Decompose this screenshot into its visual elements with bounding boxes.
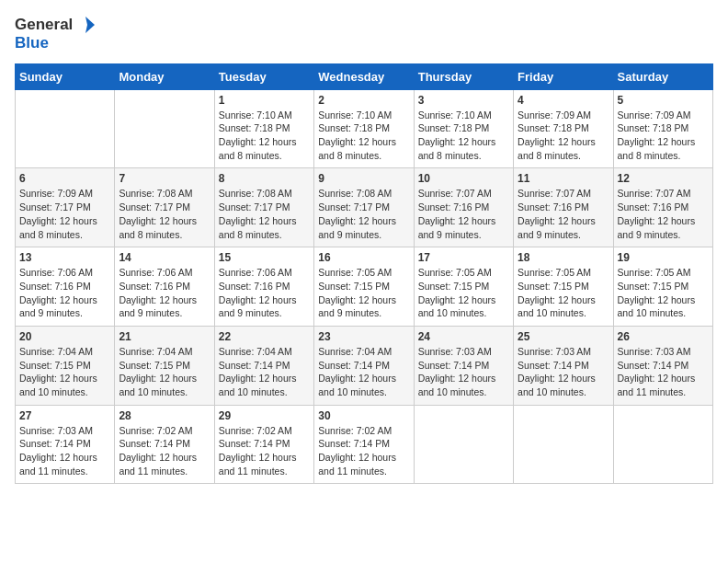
calendar-cell: 24Sunrise: 7:03 AM Sunset: 7:14 PM Dayli… xyxy=(414,326,513,405)
day-detail: Sunrise: 7:10 AM Sunset: 7:18 PM Dayligh… xyxy=(318,109,409,163)
day-number: 18 xyxy=(518,251,609,264)
calendar-cell: 2Sunrise: 7:10 AM Sunset: 7:18 PM Daylig… xyxy=(314,89,414,168)
day-detail: Sunrise: 7:08 AM Sunset: 7:17 PM Dayligh… xyxy=(219,187,310,241)
day-number: 16 xyxy=(318,251,409,264)
calendar-cell: 3Sunrise: 7:10 AM Sunset: 7:18 PM Daylig… xyxy=(414,89,513,168)
day-detail: Sunrise: 7:03 AM Sunset: 7:14 PM Dayligh… xyxy=(618,345,709,399)
logo-general: General xyxy=(15,17,73,34)
calendar-cell: 25Sunrise: 7:03 AM Sunset: 7:14 PM Dayli… xyxy=(514,326,613,405)
day-detail: Sunrise: 7:03 AM Sunset: 7:14 PM Dayligh… xyxy=(418,345,509,399)
day-number: 9 xyxy=(318,172,409,185)
day-number: 4 xyxy=(518,94,609,107)
day-detail: Sunrise: 7:06 AM Sunset: 7:16 PM Dayligh… xyxy=(19,266,110,320)
day-number: 25 xyxy=(518,330,609,343)
logo-container: General Blue xyxy=(15,15,95,52)
calendar-table: SundayMondayTuesdayWednesdayThursdayFrid… xyxy=(15,63,713,485)
day-number: 26 xyxy=(618,330,709,343)
day-detail: Sunrise: 7:05 AM Sunset: 7:15 PM Dayligh… xyxy=(418,266,509,320)
logo-bird-icon xyxy=(74,15,95,35)
day-number: 22 xyxy=(219,330,310,343)
day-detail: Sunrise: 7:03 AM Sunset: 7:14 PM Dayligh… xyxy=(518,345,609,399)
weekday-header-thursday: Thursday xyxy=(414,63,513,89)
day-detail: Sunrise: 7:02 AM Sunset: 7:14 PM Dayligh… xyxy=(318,424,409,478)
day-detail: Sunrise: 7:10 AM Sunset: 7:18 PM Dayligh… xyxy=(219,109,310,163)
day-number: 21 xyxy=(119,330,210,343)
weekday-header-sunday: Sunday xyxy=(16,63,115,89)
day-number: 15 xyxy=(219,251,310,264)
day-detail: Sunrise: 7:04 AM Sunset: 7:15 PM Dayligh… xyxy=(19,345,110,399)
day-number: 19 xyxy=(618,251,709,264)
calendar-cell: 23Sunrise: 7:04 AM Sunset: 7:14 PM Dayli… xyxy=(314,326,414,405)
calendar-cell xyxy=(613,405,712,484)
calendar-cell xyxy=(115,89,214,168)
day-detail: Sunrise: 7:10 AM Sunset: 7:18 PM Dayligh… xyxy=(418,109,509,163)
calendar-cell: 5Sunrise: 7:09 AM Sunset: 7:18 PM Daylig… xyxy=(613,89,712,168)
day-detail: Sunrise: 7:06 AM Sunset: 7:16 PM Dayligh… xyxy=(219,266,310,320)
calendar-cell: 17Sunrise: 7:05 AM Sunset: 7:15 PM Dayli… xyxy=(414,247,513,327)
calendar-cell: 7Sunrise: 7:08 AM Sunset: 7:17 PM Daylig… xyxy=(115,168,214,247)
day-number: 10 xyxy=(418,172,509,185)
calendar-cell: 8Sunrise: 7:08 AM Sunset: 7:17 PM Daylig… xyxy=(214,168,313,247)
day-detail: Sunrise: 7:04 AM Sunset: 7:14 PM Dayligh… xyxy=(219,345,310,399)
day-detail: Sunrise: 7:06 AM Sunset: 7:16 PM Dayligh… xyxy=(119,266,210,320)
day-detail: Sunrise: 7:05 AM Sunset: 7:15 PM Dayligh… xyxy=(618,266,709,320)
day-number: 20 xyxy=(19,330,110,343)
logo-blue: Blue xyxy=(15,35,95,52)
day-detail: Sunrise: 7:09 AM Sunset: 7:17 PM Dayligh… xyxy=(19,187,110,241)
day-detail: Sunrise: 7:02 AM Sunset: 7:14 PM Dayligh… xyxy=(119,424,210,478)
day-detail: Sunrise: 7:08 AM Sunset: 7:17 PM Dayligh… xyxy=(318,187,409,241)
calendar-cell: 27Sunrise: 7:03 AM Sunset: 7:14 PM Dayli… xyxy=(16,405,115,484)
day-number: 14 xyxy=(119,251,210,264)
day-detail: Sunrise: 7:07 AM Sunset: 7:16 PM Dayligh… xyxy=(618,187,709,241)
day-detail: Sunrise: 7:07 AM Sunset: 7:16 PM Dayligh… xyxy=(518,187,609,241)
calendar-cell: 21Sunrise: 7:04 AM Sunset: 7:15 PM Dayli… xyxy=(115,326,214,405)
week-row-3: 13Sunrise: 7:06 AM Sunset: 7:16 PM Dayli… xyxy=(16,247,713,327)
day-detail: Sunrise: 7:04 AM Sunset: 7:15 PM Dayligh… xyxy=(119,345,210,399)
calendar-cell: 26Sunrise: 7:03 AM Sunset: 7:14 PM Dayli… xyxy=(613,326,712,405)
calendar-cell: 13Sunrise: 7:06 AM Sunset: 7:16 PM Dayli… xyxy=(16,247,115,327)
weekday-header-monday: Monday xyxy=(115,63,214,89)
day-number: 2 xyxy=(318,94,409,107)
calendar-cell: 20Sunrise: 7:04 AM Sunset: 7:15 PM Dayli… xyxy=(16,326,115,405)
calendar-cell: 10Sunrise: 7:07 AM Sunset: 7:16 PM Dayli… xyxy=(414,168,513,247)
day-number: 24 xyxy=(418,330,509,343)
day-number: 28 xyxy=(119,409,210,422)
weekday-header-wednesday: Wednesday xyxy=(314,63,414,89)
calendar-cell: 15Sunrise: 7:06 AM Sunset: 7:16 PM Dayli… xyxy=(214,247,313,327)
calendar-cell: 14Sunrise: 7:06 AM Sunset: 7:16 PM Dayli… xyxy=(115,247,214,327)
day-detail: Sunrise: 7:02 AM Sunset: 7:14 PM Dayligh… xyxy=(219,424,310,478)
day-detail: Sunrise: 7:09 AM Sunset: 7:18 PM Dayligh… xyxy=(518,109,609,163)
week-row-1: 1Sunrise: 7:10 AM Sunset: 7:18 PM Daylig… xyxy=(16,89,713,168)
calendar-cell: 16Sunrise: 7:05 AM Sunset: 7:15 PM Dayli… xyxy=(314,247,414,327)
day-number: 30 xyxy=(318,409,409,422)
calendar-cell xyxy=(16,89,115,168)
weekday-header-friday: Friday xyxy=(514,63,613,89)
calendar-cell: 11Sunrise: 7:07 AM Sunset: 7:16 PM Dayli… xyxy=(514,168,613,247)
day-detail: Sunrise: 7:05 AM Sunset: 7:15 PM Dayligh… xyxy=(318,266,409,320)
calendar-cell: 30Sunrise: 7:02 AM Sunset: 7:14 PM Dayli… xyxy=(314,405,414,484)
day-number: 17 xyxy=(418,251,509,264)
day-number: 8 xyxy=(219,172,310,185)
day-number: 29 xyxy=(219,409,310,422)
day-number: 6 xyxy=(19,172,110,185)
header: General Blue xyxy=(15,15,713,52)
calendar-cell: 28Sunrise: 7:02 AM Sunset: 7:14 PM Dayli… xyxy=(115,405,214,484)
day-detail: Sunrise: 7:04 AM Sunset: 7:14 PM Dayligh… xyxy=(318,345,409,399)
day-number: 5 xyxy=(618,94,709,107)
day-number: 13 xyxy=(19,251,110,264)
day-detail: Sunrise: 7:08 AM Sunset: 7:17 PM Dayligh… xyxy=(119,187,210,241)
calendar-cell: 29Sunrise: 7:02 AM Sunset: 7:14 PM Dayli… xyxy=(214,405,313,484)
calendar-cell: 1Sunrise: 7:10 AM Sunset: 7:18 PM Daylig… xyxy=(214,89,313,168)
day-number: 1 xyxy=(219,94,310,107)
day-detail: Sunrise: 7:03 AM Sunset: 7:14 PM Dayligh… xyxy=(19,424,110,478)
day-number: 12 xyxy=(618,172,709,185)
calendar-cell xyxy=(414,405,513,484)
calendar-cell: 18Sunrise: 7:05 AM Sunset: 7:15 PM Dayli… xyxy=(514,247,613,327)
day-number: 11 xyxy=(518,172,609,185)
calendar-cell: 12Sunrise: 7:07 AM Sunset: 7:16 PM Dayli… xyxy=(613,168,712,247)
weekday-header-tuesday: Tuesday xyxy=(214,63,313,89)
calendar-cell xyxy=(514,405,613,484)
calendar-cell: 4Sunrise: 7:09 AM Sunset: 7:18 PM Daylig… xyxy=(514,89,613,168)
calendar-cell: 6Sunrise: 7:09 AM Sunset: 7:17 PM Daylig… xyxy=(16,168,115,247)
week-row-4: 20Sunrise: 7:04 AM Sunset: 7:15 PM Dayli… xyxy=(16,326,713,405)
